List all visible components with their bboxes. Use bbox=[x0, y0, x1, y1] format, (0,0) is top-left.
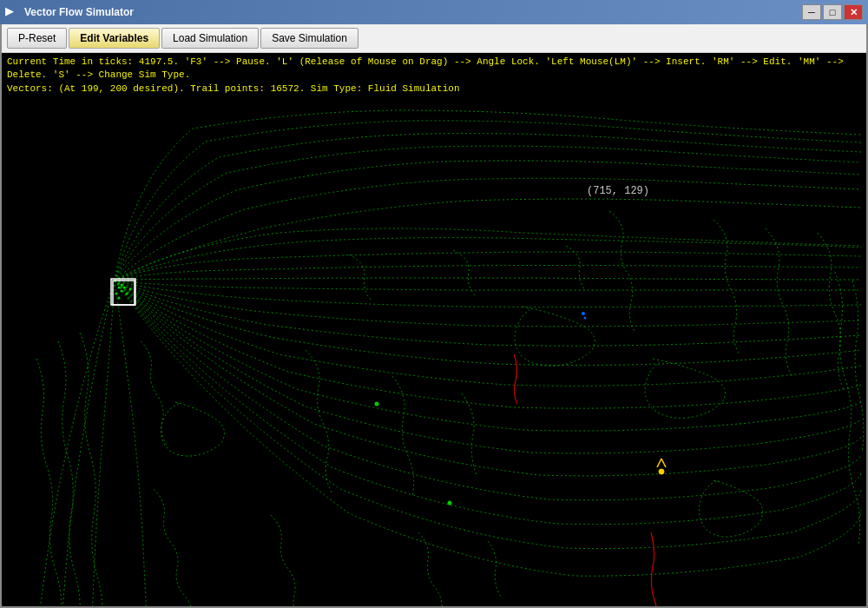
svg-point-13 bbox=[118, 287, 121, 289]
toolbar: P-Reset Edit Variables Load Simulation S… bbox=[2, 24, 866, 53]
status-line2: Vectors: (At 199, 200 desired). Trail po… bbox=[7, 83, 861, 96]
svg-point-16 bbox=[121, 284, 123, 287]
title-bar: ▶ Vector Flow Simulator ─ □ ✕ bbox=[0, 0, 868, 24]
status-bar: Current Time in ticks: 4197.5. 'F3' --> … bbox=[2, 53, 866, 98]
svg-point-7 bbox=[448, 501, 452, 506]
svg-point-20 bbox=[118, 297, 121, 300]
app-icon: ▶ bbox=[5, 5, 19, 19]
svg-point-5 bbox=[584, 317, 587, 320]
svg-point-17 bbox=[126, 293, 128, 295]
svg-point-6 bbox=[375, 402, 379, 406]
simulation-canvas bbox=[2, 98, 866, 606]
svg-point-14 bbox=[121, 290, 123, 293]
minimize-button[interactable]: ─ bbox=[802, 4, 821, 20]
maximize-button[interactable]: □ bbox=[823, 4, 842, 20]
svg-rect-0 bbox=[2, 98, 866, 606]
status-line1: Current Time in ticks: 4197.5. 'F3' --> … bbox=[7, 56, 861, 83]
p-reset-button[interactable]: P-Reset bbox=[7, 28, 67, 49]
svg-point-1 bbox=[659, 469, 664, 474]
close-button[interactable]: ✕ bbox=[844, 4, 863, 20]
load-simulation-button[interactable]: Load Simulation bbox=[161, 28, 259, 49]
title-bar-left: ▶ Vector Flow Simulator bbox=[5, 5, 134, 19]
svg-point-4 bbox=[582, 312, 585, 315]
title-bar-title: Vector Flow Simulator bbox=[24, 6, 134, 18]
svg-point-19 bbox=[129, 288, 132, 291]
edit-variables-button[interactable]: Edit Variables bbox=[69, 28, 160, 49]
svg-point-18 bbox=[115, 293, 118, 295]
svg-point-15 bbox=[123, 287, 126, 289]
title-bar-controls: ─ □ ✕ bbox=[802, 4, 863, 20]
simulation-canvas-area[interactable]: (715, 129) bbox=[2, 98, 866, 606]
save-simulation-button[interactable]: Save Simulation bbox=[260, 28, 358, 49]
app-window: P-Reset Edit Variables Load Simulation S… bbox=[0, 24, 868, 608]
